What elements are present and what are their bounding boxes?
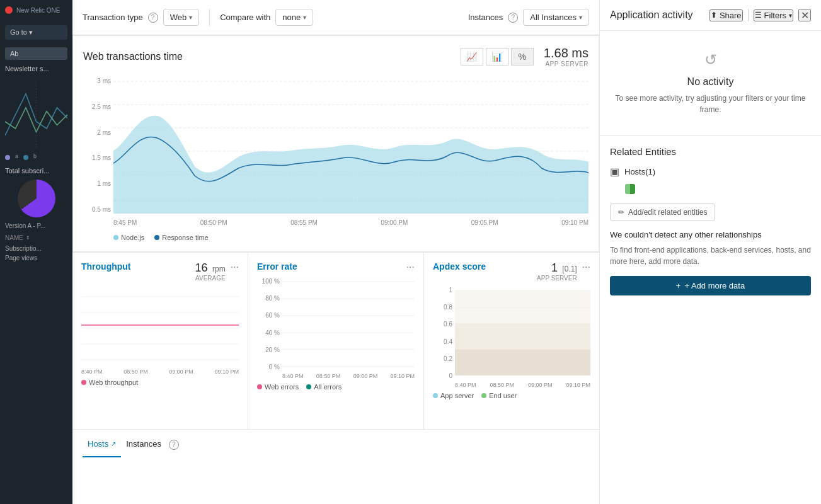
er-y-1: 100 % bbox=[257, 278, 280, 285]
related-entities-section: Related Entities ▣ Hosts(1) ✏ Add/edit r… bbox=[600, 136, 821, 306]
throughput-title[interactable]: Throughput bbox=[81, 261, 131, 272]
error-rate-more-button[interactable]: ··· bbox=[406, 261, 415, 273]
apdex-y-1: 1 bbox=[433, 287, 452, 294]
apdex-x-3: 09:00 PM bbox=[528, 382, 553, 388]
filters-chevron: ▾ bbox=[789, 12, 792, 19]
compare-with-section: Compare with none ▾ bbox=[220, 9, 313, 26]
sidebar-actions: ⬆ Share ☰ Filters ▾ ✕ bbox=[709, 9, 811, 21]
line-chart-button[interactable]: 📈 bbox=[461, 48, 483, 66]
x-label-910: 09:10 PM bbox=[561, 219, 588, 226]
x-axis-labels: 8:45 PM 08:50 PM 08:55 PM 09:00 PM 09:05… bbox=[113, 217, 588, 229]
chart-container: Web transactions time 📈 📊 % 1.68 ms APP … bbox=[72, 35, 599, 504]
web-throughput-dot bbox=[81, 380, 86, 385]
main-content: Transaction type ? Web ▾ Compare with no… bbox=[72, 0, 599, 504]
apdex-x-4: 09:10 PM bbox=[566, 382, 590, 388]
nodejs-legend-label: Node.js bbox=[121, 234, 144, 241]
throughput-header: Throughput 16 rpm AVERAGE ··· bbox=[81, 261, 239, 282]
filters-label: Filters bbox=[764, 11, 786, 20]
app-name-label: Newsletter s... bbox=[0, 62, 72, 75]
no-relationships-desc: To find front-end applications, back-end… bbox=[610, 244, 811, 267]
plus-icon: + bbox=[676, 281, 681, 290]
main-chart-svg bbox=[113, 75, 588, 214]
transaction-type-label: Transaction type bbox=[83, 13, 143, 22]
compare-with-label: Compare with bbox=[220, 13, 270, 22]
list-item-2[interactable]: Page views bbox=[0, 253, 72, 263]
t-x-2: 08:50 PM bbox=[123, 369, 148, 375]
web-errors-label: Web errors bbox=[265, 383, 299, 391]
web-throughput-legend: Web throughput bbox=[81, 379, 138, 386]
external-link-icon: ↗ bbox=[111, 440, 116, 447]
share-button[interactable]: ⬆ Share bbox=[709, 9, 743, 21]
chart-metric: 1.68 ms APP SERVER bbox=[544, 46, 588, 67]
chart-metric-value: 1.68 ms bbox=[544, 46, 588, 60]
host-entity-icon-row bbox=[610, 184, 811, 196]
app-logo-text: New Relic ONE bbox=[16, 7, 60, 14]
background-chart bbox=[0, 75, 72, 151]
percent-chart-button[interactable]: % bbox=[511, 48, 534, 66]
add-more-data-button[interactable]: + + Add more data bbox=[610, 276, 811, 295]
apdex-title[interactable]: Apdex score bbox=[433, 261, 486, 272]
y-label-2ms: 2 ms bbox=[83, 129, 111, 136]
throughput-legend: Web throughput bbox=[81, 379, 239, 386]
chart-header: Web transactions time 📈 📊 % 1.68 ms APP … bbox=[83, 46, 588, 67]
er-y-5: 20 % bbox=[257, 346, 280, 353]
apdex-metric: 1 [0.1] APP SERVER bbox=[537, 261, 577, 282]
x-label-850: 08:50 PM bbox=[200, 219, 227, 226]
add-more-label: + Add more data bbox=[684, 281, 745, 290]
nodejs-legend-dot bbox=[113, 235, 118, 240]
compare-with-dropdown[interactable]: none ▾ bbox=[275, 9, 313, 26]
apdex-y-5: 0.2 bbox=[433, 355, 452, 362]
hosts-entity-item: ▣ Hosts(1) bbox=[610, 166, 811, 178]
y-label-3ms: 3 ms bbox=[83, 77, 111, 84]
cards-row: Throughput 16 rpm AVERAGE ··· bbox=[72, 252, 599, 429]
go-to-button[interactable]: Go to ▾ bbox=[5, 25, 67, 40]
web-throughput-label: Web throughput bbox=[89, 379, 138, 386]
throughput-chart bbox=[81, 284, 239, 366]
apdex-y-6: 0 bbox=[433, 372, 452, 379]
apdex-chart bbox=[455, 284, 590, 382]
instances-dropdown[interactable]: All Instances ▾ bbox=[523, 9, 589, 26]
error-rate-legend: Web errors All errors bbox=[257, 383, 415, 391]
hosts-entity-name[interactable]: Hosts(1) bbox=[624, 167, 655, 176]
instances-tab[interactable]: Instances bbox=[121, 432, 166, 457]
er-y-6: 0 % bbox=[257, 364, 280, 370]
throughput-x-labels: 8:40 PM 08:50 PM 09:00 PM 09:10 PM bbox=[81, 369, 239, 375]
hosts-tab[interactable]: Hosts ↗ bbox=[83, 432, 121, 457]
all-errors-label: All errors bbox=[314, 383, 342, 391]
chevron-down-icon-3: ▾ bbox=[579, 14, 582, 21]
main-chart-area bbox=[113, 75, 588, 215]
apdex-more-button[interactable]: ··· bbox=[582, 261, 590, 273]
bar-chart-button[interactable]: 📊 bbox=[486, 48, 508, 66]
hosts-tab-label: Hosts bbox=[88, 439, 108, 449]
add-edit-label: Add/edit related entities bbox=[628, 208, 707, 217]
related-entities-title: Related Entities bbox=[610, 146, 811, 157]
legend-nodejs: Node.js bbox=[113, 234, 144, 241]
left-background-panel: New Relic ONE Go to ▾ Ab Newsletter s...… bbox=[0, 0, 72, 504]
refresh-icon[interactable]: ↺ bbox=[704, 51, 717, 69]
y-label-1ms: 1 ms bbox=[83, 180, 111, 187]
add-edit-entities-button[interactable]: ✏ Add/edit related entities bbox=[610, 203, 715, 221]
er-y-4: 40 % bbox=[257, 329, 280, 336]
list-item-1[interactable]: Subscriptio... bbox=[0, 244, 72, 253]
error-rate-title[interactable]: Error rate bbox=[257, 261, 297, 272]
filters-button[interactable]: ☰ Filters ▾ bbox=[754, 9, 793, 21]
chart-metric-label: APP SERVER bbox=[544, 60, 588, 67]
apdex-legend: App server End user bbox=[433, 392, 590, 399]
throughput-more-button[interactable]: ··· bbox=[231, 261, 239, 273]
version-label: Version A - P... bbox=[0, 220, 72, 232]
right-sidebar: Application activity ⬆ Share ☰ Filters ▾… bbox=[599, 0, 821, 504]
bottom-tabs: Hosts ↗ Instances ? bbox=[72, 429, 599, 459]
pencil-icon: ✏ bbox=[618, 208, 624, 217]
close-button[interactable]: ✕ bbox=[798, 9, 811, 21]
web-transactions-panel: Web transactions time 📈 📊 % 1.68 ms APP … bbox=[72, 35, 599, 252]
er-y-2: 80 % bbox=[257, 295, 280, 302]
x-label-905: 09:05 PM bbox=[471, 219, 498, 226]
instances-help-icon[interactable]: ? bbox=[508, 13, 518, 23]
toolbar-divider-1 bbox=[209, 9, 210, 26]
throughput-value: 16 bbox=[195, 261, 208, 274]
transaction-type-help-icon[interactable]: ? bbox=[148, 13, 158, 23]
transaction-type-dropdown[interactable]: Web ▾ bbox=[163, 9, 200, 26]
tabs-help-icon[interactable]: ? bbox=[169, 440, 179, 450]
x-label-855: 08:55 PM bbox=[290, 219, 318, 226]
er-x-1: 8:40 PM bbox=[282, 373, 304, 379]
